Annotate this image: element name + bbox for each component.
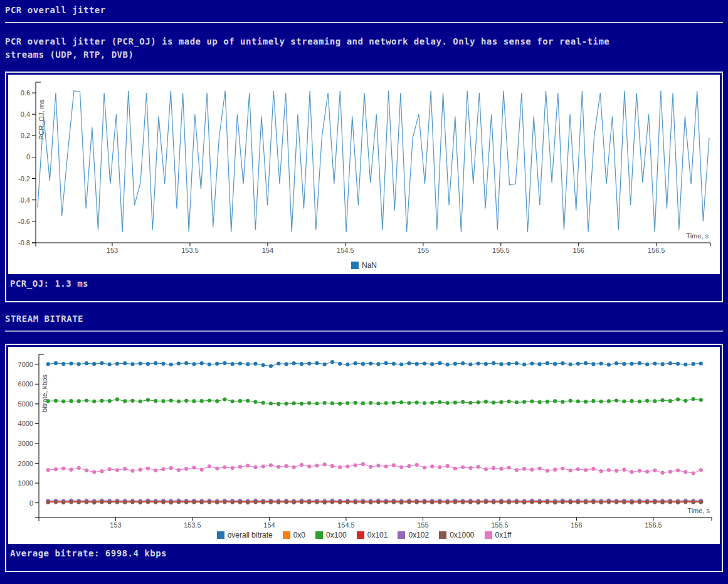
svg-text:153.5: 153.5 [181,247,199,254]
svg-text:-0.2: -0.2 [18,175,30,183]
bitrate-section: STREAM BITRATE 0100020003000400050006000… [5,314,723,572]
svg-text:153: 153 [107,247,118,254]
svg-text:1000: 1000 [18,479,33,487]
svg-text:0.6: 0.6 [21,89,30,97]
legend-label: 0x1000 [450,531,474,539]
legend-item: 0x100 [315,531,347,539]
svg-text:-0.8: -0.8 [18,239,30,247]
legend-item: 0x1000 [439,531,474,539]
svg-text:-0.4: -0.4 [18,196,30,204]
svg-text:156.5: 156.5 [648,247,665,254]
legend-label: overall bitrate [228,531,273,539]
jitter-section: PCR overall jitter PCR overall jitter (P… [5,5,723,302]
legend-swatch [351,262,359,269]
svg-text:155: 155 [417,521,428,529]
legend-swatch [398,531,405,539]
bitrate-chart-legend: overall bitrate0x00x1000x1010x1020x10000… [8,530,720,544]
svg-text:2000: 2000 [18,460,33,467]
jitter-panel: -0.8-0.6-0.4-0.200.20.40.6153153.5154154… [5,72,723,302]
legend-swatch [217,531,224,539]
section-divider [5,331,723,332]
svg-text:bitrate, kbps: bitrate, kbps [41,374,48,412]
legend-item: 0x0 [283,531,305,539]
legend-item: 0x1ff [485,531,512,539]
svg-text:7000: 7000 [18,361,33,368]
svg-text:0.4: 0.4 [21,110,30,118]
legend-swatch [283,531,290,539]
legend-label: 0x1ff [495,531,512,539]
svg-text:155.5: 155.5 [491,521,509,529]
bitrate-stat: Average bitrate: 6998.4 kbps [8,544,720,569]
legend-label: 0x100 [326,531,347,539]
jitter-stat: PCR_OJ: 1.3 ms [8,274,720,299]
svg-text:-0.6: -0.6 [18,218,30,225]
jitter-chart: -0.8-0.6-0.4-0.200.20.40.6153153.5154154… [8,75,720,274]
bitrate-chart-svg: 01000200030004000500060007000153153.5154… [8,347,719,530]
legend-label: 0x101 [367,531,388,539]
svg-text:6000: 6000 [18,380,33,388]
svg-text:0: 0 [29,499,33,507]
svg-text:Time, s: Time, s [687,507,710,514]
legend-item: 0x101 [357,531,388,539]
svg-text:0.2: 0.2 [21,132,30,139]
legend-label: 0x102 [408,531,429,539]
legend-swatch [485,531,492,539]
svg-text:154.5: 154.5 [337,247,354,254]
svg-text:154: 154 [262,247,273,254]
legend-item: overall bitrate [217,531,273,539]
section-divider [5,22,723,23]
legend-swatch [315,531,323,539]
svg-text:Time, s: Time, s [686,232,709,240]
legend-label: NaN [362,261,377,270]
legend-label: 0x0 [293,531,305,539]
svg-text:153: 153 [110,521,121,529]
svg-text:5000: 5000 [18,400,33,408]
svg-text:154.5: 154.5 [337,521,355,529]
jitter-description: PCR overall jitter (PCR_OJ) is made up o… [5,35,723,61]
legend-swatch [357,531,364,539]
legend-item: 0x102 [398,531,429,539]
svg-text:155: 155 [418,247,429,254]
svg-text:156: 156 [573,247,584,254]
svg-text:154: 154 [263,521,275,529]
svg-text:156.5: 156.5 [645,521,662,529]
report-page: PCR overall jitter PCR overall jitter (P… [5,5,723,572]
bitrate-chart: 01000200030004000500060007000153153.5154… [8,347,720,544]
legend-swatch [439,531,446,539]
svg-text:4000: 4000 [18,420,33,427]
jitter-chart-legend: NaN [8,260,720,274]
bitrate-panel: 01000200030004000500060007000153153.5154… [5,344,723,572]
svg-text:156: 156 [571,521,582,529]
svg-text:3000: 3000 [18,440,33,447]
svg-text:0: 0 [26,153,30,161]
jitter-chart-svg: -0.8-0.6-0.4-0.200.20.40.6153153.5154154… [8,75,719,260]
svg-text:155.5: 155.5 [492,247,510,254]
jitter-section-title: PCR overall jitter [5,5,723,15]
svg-text:153.5: 153.5 [184,521,201,529]
bitrate-section-title: STREAM BITRATE [5,314,723,324]
legend-item: NaN [351,261,377,270]
